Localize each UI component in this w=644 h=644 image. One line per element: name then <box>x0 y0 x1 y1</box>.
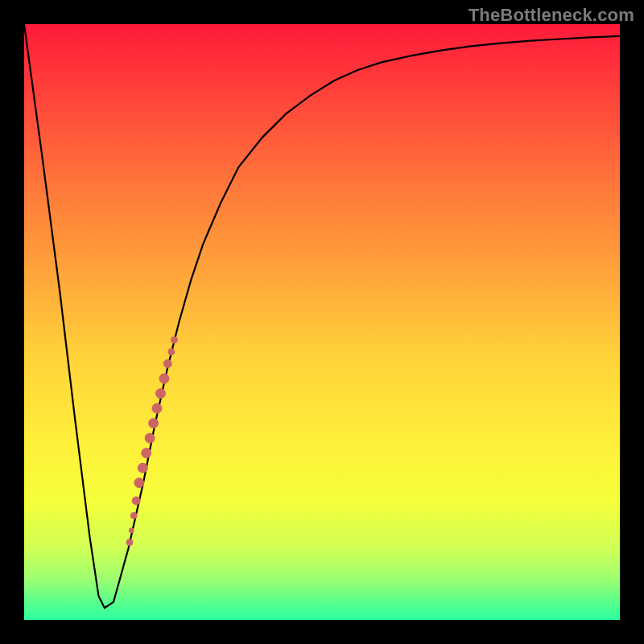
bottleneck-curve <box>24 24 620 608</box>
chart-svg <box>24 24 620 620</box>
highlight-point <box>152 403 162 413</box>
highlight-point <box>138 463 147 473</box>
highlight-point <box>145 433 155 443</box>
highlight-point <box>156 389 166 398</box>
highlight-point <box>168 349 175 355</box>
highlight-point <box>163 360 171 368</box>
highlight-point <box>129 528 134 533</box>
highlight-points <box>126 336 178 546</box>
highlight-point <box>126 539 133 546</box>
highlight-point <box>134 478 144 488</box>
chart-frame: TheBottleneck.com <box>0 0 644 644</box>
highlight-point <box>142 448 151 458</box>
highlight-point <box>159 374 169 383</box>
plot-area <box>24 24 620 620</box>
highlight-point <box>171 336 178 343</box>
highlight-point <box>132 497 140 505</box>
watermark-label: TheBottleneck.com <box>469 5 634 26</box>
highlight-point <box>130 513 137 519</box>
highlight-point <box>149 419 159 428</box>
